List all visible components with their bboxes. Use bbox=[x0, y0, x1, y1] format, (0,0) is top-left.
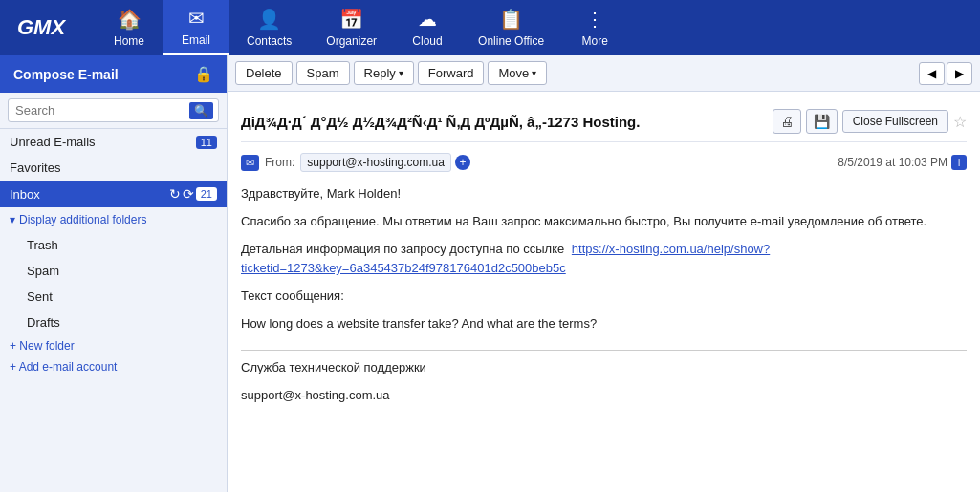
sidebar-item-unread[interactable]: Unread E-mails 11 bbox=[0, 129, 227, 155]
add-account-label: + Add e-mail account bbox=[10, 360, 117, 374]
email-line4: How long does a website transfer take? A… bbox=[241, 314, 967, 334]
email-body: Здравствуйте, Mark Holden! Спасибо за об… bbox=[241, 184, 967, 405]
unread-label: Unread E-mails bbox=[10, 135, 96, 149]
sent-label: Sent bbox=[27, 289, 53, 304]
inbox-label: Inbox bbox=[10, 187, 40, 202]
nav-label-cloud: Cloud bbox=[412, 34, 442, 48]
favorites-label: Favorites bbox=[10, 160, 60, 175]
spam-label: Spam bbox=[307, 66, 339, 80]
next-email-button[interactable]: ▶ bbox=[947, 62, 972, 85]
reply-arrow-icon: ▾ bbox=[399, 68, 403, 78]
search-input[interactable] bbox=[8, 98, 219, 122]
email-header: ✉ From: support@x-hosting.com.ua + 8/5/2… bbox=[241, 148, 967, 177]
sidebar-item-sent[interactable]: Sent bbox=[17, 284, 227, 310]
info-button[interactable]: i bbox=[951, 155, 967, 170]
more-icon: ⋮ bbox=[585, 8, 604, 31]
email-date: 8/5/2019 at 10:03 PM bbox=[838, 156, 947, 169]
email-icon: ✉ bbox=[188, 7, 205, 30]
delete-label: Delete bbox=[246, 66, 282, 80]
trash-label: Trash bbox=[27, 238, 58, 252]
sidebar: Compose E-mail 🔒 🔍 Unread E-mails 11 Fav… bbox=[0, 55, 228, 492]
sidebar-item-favorites[interactable]: Favorites bbox=[0, 155, 227, 181]
sidebar-item-inbox[interactable]: Inbox ↻ ⟳ 21 bbox=[0, 181, 227, 207]
lock-icon: 🔒 bbox=[194, 65, 213, 83]
move-label: Move bbox=[498, 66, 529, 80]
nav-item-cloud[interactable]: ☁ Cloud bbox=[394, 0, 461, 55]
forward-button[interactable]: Forward bbox=[418, 61, 485, 85]
main-layout: Compose E-mail 🔒 🔍 Unread E-mails 11 Fav… bbox=[0, 55, 980, 492]
email-greeting: Здравствуйте, Mark Holden! bbox=[241, 184, 967, 204]
nav-label-online-office: Online Office bbox=[478, 34, 544, 48]
unread-badge: 11 bbox=[196, 136, 217, 149]
email-line1: Спасибо за обращение. Мы ответим на Ваш … bbox=[241, 212, 967, 232]
print-button[interactable]: 🖨 bbox=[773, 109, 801, 134]
email-line3: Текст сообщения: bbox=[241, 287, 967, 307]
sidebar-item-trash[interactable]: Trash bbox=[17, 232, 227, 258]
toolbar: Delete Spam Reply ▾ Forward Move ▾ ◀ ▶ bbox=[228, 55, 980, 92]
email-link-intro: Детальная информация по запросу доступна… bbox=[241, 242, 564, 256]
refresh-icon[interactable]: ↻ bbox=[169, 186, 181, 202]
nav-items: 🏠 Home ✉ Email 👤 Contacts 📅 Organizer ☁ … bbox=[96, 0, 628, 55]
from-address: support@x-hosting.com.ua bbox=[300, 153, 451, 172]
email-signature: Служба технической поддержки support@x-h… bbox=[241, 350, 967, 406]
from-label: From: bbox=[265, 156, 294, 169]
sidebar-item-spam[interactable]: Spam bbox=[17, 258, 227, 284]
organizer-icon: 📅 bbox=[339, 8, 363, 31]
email-line2: Детальная информация по запросу доступна… bbox=[241, 240, 967, 280]
sidebar-menu: Unread E-mails 11 Favorites Inbox ↻ ⟳ 21… bbox=[0, 129, 227, 492]
delete-button[interactable]: Delete bbox=[235, 61, 293, 85]
home-icon: 🏠 bbox=[118, 8, 142, 31]
spam-label: Spam bbox=[27, 264, 59, 278]
nav-item-email[interactable]: ✉ Email bbox=[163, 0, 229, 55]
online-office-icon: 📋 bbox=[499, 8, 523, 31]
nav-label-organizer: Organizer bbox=[326, 34, 377, 48]
move-button[interactable]: Move ▾ bbox=[488, 61, 547, 85]
contacts-icon: 👤 bbox=[257, 8, 281, 31]
reply-button[interactable]: Reply ▾ bbox=[354, 61, 414, 85]
email-subject-bar: ДіД¾Д·Д´ Д°Д½ Д½Д¾Д²Ñ‹Д¹ Ñ,Д ДºДµÑ, â„-1… bbox=[241, 101, 967, 142]
compose-label: Compose E-mail bbox=[13, 67, 119, 82]
new-folder-link[interactable]: + New folder bbox=[0, 335, 227, 356]
email-subject: ДіД¾Д·Д´ Д°Д½ Д½Д¾Д²Ñ‹Д¹ Ñ,Д ДºДµÑ, â„-1… bbox=[241, 114, 763, 130]
new-folder-label: + New folder bbox=[10, 339, 75, 353]
inbox-icons: ↻ ⟳ 21 bbox=[169, 186, 217, 202]
nav-label-contacts: Contacts bbox=[247, 34, 292, 48]
nav-item-organizer[interactable]: 📅 Organizer bbox=[309, 0, 394, 55]
additional-folders-toggle[interactable]: ▾ Display additional folders bbox=[0, 207, 227, 232]
nav-item-home[interactable]: 🏠 Home bbox=[96, 0, 163, 55]
content-area: Delete Spam Reply ▾ Forward Move ▾ ◀ ▶ bbox=[228, 55, 980, 492]
search-button[interactable]: 🔍 bbox=[189, 102, 213, 119]
close-fullscreen-label: Close Fullscreen bbox=[853, 115, 938, 128]
close-fullscreen-button[interactable]: Close Fullscreen bbox=[842, 110, 948, 133]
sidebar-item-drafts[interactable]: Drafts bbox=[17, 310, 227, 335]
search-box: 🔍 bbox=[0, 93, 227, 129]
add-contact-button[interactable]: + bbox=[455, 155, 470, 170]
nav-item-more[interactable]: ⋮ More bbox=[561, 0, 628, 55]
forward-label: Forward bbox=[428, 66, 474, 80]
nav-label-email: Email bbox=[182, 33, 210, 47]
move-arrow-icon: ▾ bbox=[532, 68, 536, 78]
prev-email-button[interactable]: ◀ bbox=[919, 62, 945, 85]
nav-label-more: More bbox=[582, 34, 608, 48]
folder-list: Trash Spam Sent Drafts bbox=[0, 232, 227, 335]
compose-button[interactable]: Compose E-mail 🔒 bbox=[0, 55, 227, 93]
gmx-logo: GMX bbox=[0, 0, 96, 55]
save-button[interactable]: 💾 bbox=[806, 109, 838, 134]
triangle-icon: ▾ bbox=[10, 213, 15, 226]
email-actions: 🖨 💾 Close Fullscreen ☆ bbox=[773, 109, 967, 134]
from-icon: ✉ bbox=[241, 155, 259, 171]
inbox-badge: 21 bbox=[196, 187, 217, 201]
nav-item-contacts[interactable]: 👤 Contacts bbox=[229, 0, 309, 55]
cloud-icon: ☁ bbox=[418, 8, 437, 31]
spam-button[interactable]: Spam bbox=[296, 61, 350, 85]
email-view: ДіД¾Д·Д´ Д°Д½ Д½Д¾Д²Ñ‹Д¹ Ñ,Д ДºДµÑ, â„-1… bbox=[228, 92, 980, 492]
star-button[interactable]: ☆ bbox=[953, 113, 967, 131]
sync-icon: ⟳ bbox=[183, 186, 194, 202]
add-account-link[interactable]: + Add e-mail account bbox=[0, 356, 227, 377]
signature-line2: support@x-hosting.com.ua bbox=[241, 386, 967, 406]
nav-label-home: Home bbox=[114, 34, 144, 48]
nav-item-online-office[interactable]: 📋 Online Office bbox=[461, 0, 561, 55]
drafts-label: Drafts bbox=[27, 315, 60, 330]
toolbar-nav: ◀ ▶ bbox=[919, 62, 972, 85]
reply-label: Reply bbox=[364, 66, 396, 80]
